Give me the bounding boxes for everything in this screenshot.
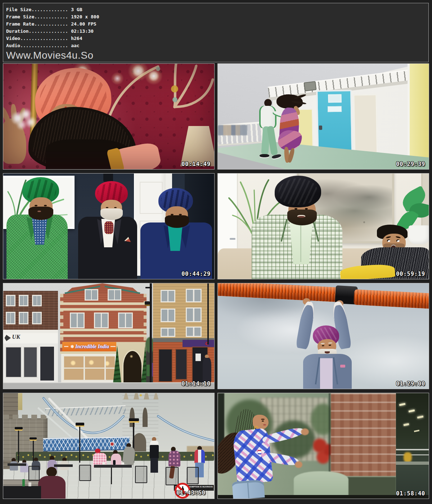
bottle-neck [182, 486, 183, 489]
grimace-beard [287, 210, 317, 225]
lamppost-lanterns [129, 418, 139, 423]
window-railing [396, 454, 429, 455]
glass [28, 482, 31, 486]
timestamp-overlay: 01:58:40 [396, 491, 425, 496]
eye [322, 345, 324, 346]
window-railing [396, 449, 429, 450]
window [108, 289, 121, 301]
pipe-segment [354, 289, 429, 309]
notice-paper [195, 354, 201, 361]
shop-glass [5, 347, 22, 378]
lamppost-lanterns [76, 423, 84, 427]
info-label: File Size............. [6, 7, 68, 12]
shirt-placket [300, 222, 301, 262]
info-label: Frame Rate............ [6, 21, 68, 27]
info-value: aac [68, 43, 79, 48]
hand-blurred [295, 461, 302, 468]
thin-pole [207, 283, 209, 345]
cafe-chair [28, 466, 39, 481]
eye [387, 239, 390, 242]
timestamp-overlay: 00:44:29 [181, 271, 211, 277]
timestamp-overlay: 01:43:50 [176, 490, 206, 496]
lamppost [18, 429, 19, 463]
window [161, 309, 175, 322]
window [19, 295, 28, 306]
green-bottle [22, 479, 25, 486]
white-eyebrow [320, 343, 325, 345]
window [186, 307, 202, 322]
beard [165, 215, 189, 228]
timestamp-overlay: 00:29:39 [396, 161, 425, 167]
info-label: Frame Size............ [6, 14, 68, 19]
eyebrow [261, 419, 265, 420]
foreground-table [3, 486, 41, 499]
painting-sliver [421, 174, 429, 233]
black-flask [113, 460, 116, 465]
cafe-table [54, 464, 73, 467]
vignette [3, 64, 214, 169]
sign-small-text-bar [111, 346, 116, 347]
window [161, 290, 175, 302]
eye [328, 345, 331, 346]
brick-pillar-blurred [331, 393, 396, 476]
pedestrian-body [203, 358, 211, 382]
white-beard [100, 208, 123, 220]
window [32, 295, 42, 306]
window [161, 328, 175, 337]
person-torso [10, 461, 18, 471]
timestamp-overlay: 00:14:49 [181, 161, 211, 167]
screenshot-tile-2: 00:29:39 [217, 63, 429, 170]
door-window [328, 94, 342, 103]
stone-band [60, 302, 147, 305]
eye [44, 205, 47, 206]
eye [114, 207, 117, 208]
table-leg [111, 468, 112, 485]
info-row-framesize: Frame Size............1920 x 800 [6, 13, 425, 21]
screenshot-tile-6: 01:29:00 [217, 283, 429, 389]
smiling-mouth [325, 351, 330, 354]
eyebrow [396, 236, 401, 239]
jeans-seam [247, 482, 249, 499]
white-eyebrow [328, 342, 332, 344]
hand-blurred [301, 428, 309, 435]
cafe-table [8, 463, 27, 466]
stone-band [60, 334, 147, 337]
info-row-duration: Duration..............02:13:30 [6, 28, 425, 35]
window [6, 312, 15, 324]
cornice [3, 330, 58, 333]
window [186, 327, 202, 337]
wall-speaker [103, 174, 113, 182]
restaurant-windows [61, 354, 116, 382]
grimace-mouth [297, 215, 305, 218]
window [19, 312, 28, 324]
eyebrow [386, 236, 391, 239]
eye [396, 239, 400, 242]
info-value: 3 GB [68, 7, 82, 12]
screenshot-tile-4: 00:59:19 [217, 173, 429, 279]
lamppost-lanterns [15, 427, 23, 431]
screenshot-tile-7: ALCOHOL CONSUMPTION IS INJURIOUS TO HEAL… [3, 393, 215, 499]
window [70, 312, 85, 328]
floral-woman-torso [168, 451, 180, 467]
vent-box [304, 81, 317, 91]
info-label: Duration.............. [6, 28, 68, 34]
bridge-roundel [110, 442, 114, 446]
door-chandelier-glow [130, 355, 133, 358]
site-watermark: Www.Movies4u.So [6, 49, 425, 61]
door-number-plate [328, 106, 342, 112]
lamppost [79, 425, 80, 463]
sign-small-text-bar [64, 346, 68, 347]
shop-door [39, 346, 55, 382]
shop-fascia [3, 333, 58, 343]
timestamp-overlay: 01:14:10 [181, 381, 211, 387]
flower-logo-icon: ✽ [71, 344, 74, 349]
window [186, 289, 202, 302]
white-cup [102, 462, 105, 465]
info-value: h264 [68, 36, 82, 41]
lamppost [150, 283, 152, 389]
shop-glass [23, 347, 37, 378]
info-row-framerate: Frame Rate............24.00 FPS [6, 21, 425, 28]
foreground-man-head [46, 467, 57, 477]
screenshot-grid: 00:14:49 00:29:39 [3, 63, 429, 499]
person-in-window [404, 452, 412, 463]
